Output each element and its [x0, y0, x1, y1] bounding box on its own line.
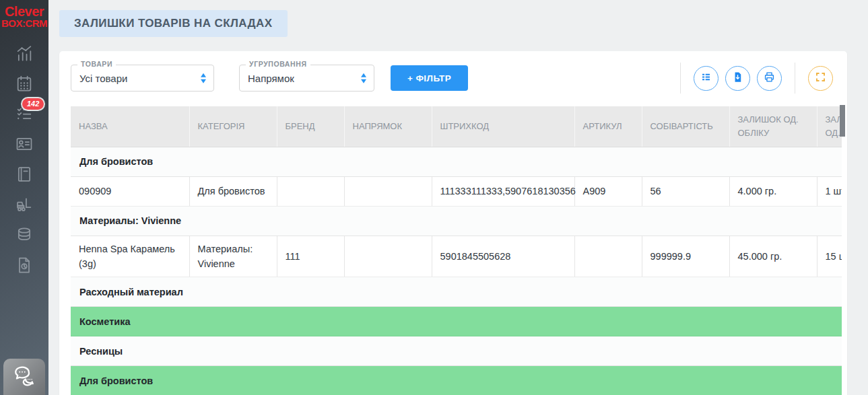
table-cell: 1 шт: [817, 176, 842, 206]
products-filter-label: ТОВАРИ: [77, 60, 116, 68]
divider: [795, 63, 795, 94]
coins-icon: [15, 225, 34, 247]
sidebar-item-reports[interactable]: [0, 252, 48, 282]
sidebar: Clever BOX:CRM: [0, 0, 48, 395]
sidebar-item-warehouse[interactable]: [0, 191, 48, 221]
table-cell: 4.000 гр.: [729, 176, 817, 206]
group-row-label[interactable]: Расходный материал: [71, 277, 842, 307]
grouping-filter-label: УГРУПОВАННЯ: [246, 60, 310, 68]
fullscreen-icon: [814, 71, 827, 86]
table-area: НАЗВАКАТЕГОРІЯБРЕНДНАПРЯМОКШТРИХКОДАРТИК…: [71, 106, 842, 395]
forklift-icon: [15, 195, 34, 217]
divider: [680, 63, 681, 94]
group-row-label[interactable]: Материалы: Vivienne: [71, 206, 842, 236]
journal-icon: [15, 165, 34, 186]
column-header[interactable]: КАТЕГОРІЯ: [189, 106, 277, 147]
group-row: Материалы: Vivienne: [71, 206, 842, 236]
group-row-label[interactable]: Для бровистов: [71, 147, 842, 176]
print-button[interactable]: [757, 66, 782, 91]
toolbar-actions: [671, 63, 836, 94]
group-row-label[interactable]: Для бровистов: [71, 366, 842, 395]
group-row: Для бровистов: [71, 147, 842, 176]
page-title: ЗАЛИШКИ ТОВАРІВ НА СКЛАДАХ: [59, 10, 288, 37]
stats-chart-icon: [15, 44, 34, 65]
table-cell: 111333111333,5907618130356: [432, 176, 574, 206]
sidebar-item-journal[interactable]: [0, 161, 48, 191]
export-file-icon: [731, 71, 744, 86]
print-icon: [763, 71, 776, 86]
grouping-filter-value: Напрямок: [248, 73, 294, 84]
table-header-row: НАЗВАКАТЕГОРІЯБРЕНДНАПРЯМОКШТРИХКОДАРТИК…: [71, 106, 842, 147]
table-cell: 090909: [71, 176, 189, 206]
sidebar-item-clients[interactable]: [0, 131, 48, 161]
column-header[interactable]: ЗАЛИШОК ОД.: [817, 106, 842, 147]
fullscreen-button[interactable]: [808, 66, 833, 91]
group-row: Для бровистов: [71, 366, 842, 395]
chat-bubbles-icon: [12, 363, 36, 390]
sidebar-item-calendar[interactable]: [0, 70, 48, 100]
sidebar-item-statistics[interactable]: [0, 40, 48, 70]
table-row: 090909Для бровистов111333111333,59076181…: [71, 176, 842, 206]
table-cell: 999999.9: [642, 236, 729, 277]
contact-card-icon: [15, 135, 34, 156]
table-row: Henna Spa Карамель (3g)Материалы: Vivien…: [71, 236, 842, 277]
products-filter-value: Усі товари: [79, 73, 127, 84]
products-filter-select[interactable]: ТОВАРИ Усі товари: [71, 65, 214, 92]
table-columns-icon: [700, 71, 712, 86]
table-cell: A909: [574, 176, 642, 206]
stock-table: НАЗВАКАТЕГОРІЯБРЕНДНАПРЯМОКШТРИХКОДАРТИК…: [71, 106, 842, 395]
chat-button[interactable]: [3, 359, 45, 395]
logo-line2: BOX:CRM: [0, 18, 48, 28]
app-logo[interactable]: Clever BOX:CRM: [0, 0, 48, 29]
table-cell: [574, 236, 642, 277]
table-cell: 5901845505628: [432, 236, 574, 277]
logo-line1: Clever: [0, 5, 48, 18]
table-cell: Для бровистов: [189, 176, 277, 206]
report-document-icon: [15, 256, 34, 277]
grouping-filter-select[interactable]: УГРУПОВАННЯ Напрямок: [239, 65, 374, 92]
group-row: Косметика: [71, 307, 842, 336]
column-header[interactable]: НАПРЯМОК: [344, 106, 432, 147]
table-cell: [277, 176, 344, 206]
add-filter-button[interactable]: + ФІЛЬТР: [391, 65, 468, 91]
table-cell: [344, 236, 432, 277]
chevron-updown-icon: [201, 73, 206, 83]
content-card: ТОВАРИ Усі товари УГРУПОВАННЯ Напрямок +…: [59, 51, 847, 395]
vertical-scrollbar[interactable]: [840, 105, 845, 137]
chevron-updown-icon: [361, 73, 366, 83]
table-cell: 45.000 гр.: [729, 236, 817, 277]
sidebar-item-finance[interactable]: [0, 221, 48, 252]
table-cell: 15 шт: [817, 236, 842, 277]
column-header[interactable]: ШТРИХКОД: [432, 106, 574, 147]
tasks-count-badge: 142: [22, 98, 44, 110]
calendar-icon: [15, 74, 34, 96]
column-header[interactable]: ЗАЛИШОК ОД. ОБЛІКУ: [729, 106, 817, 147]
group-row-label[interactable]: Ресницы: [71, 336, 842, 366]
table-cell: 56: [642, 176, 729, 206]
columns-settings-button[interactable]: [694, 66, 719, 91]
column-header[interactable]: СОБІВАРТІСТЬ: [642, 106, 729, 147]
table-cell: Henna Spa Карамель (3g): [71, 236, 189, 277]
sidebar-nav: [0, 40, 48, 282]
group-row: Расходный материал: [71, 277, 842, 307]
column-header[interactable]: АРТИКУЛ: [574, 106, 642, 147]
column-header[interactable]: НАЗВА: [71, 106, 189, 147]
table-cell: [344, 176, 432, 206]
group-row: Ресницы: [71, 336, 842, 366]
table-cell: 111: [277, 236, 344, 277]
column-header[interactable]: БРЕНД: [277, 106, 344, 147]
export-button[interactable]: [725, 66, 750, 91]
table-cell: Материалы: Vivienne: [189, 236, 277, 277]
group-row-label[interactable]: Косметика: [71, 307, 842, 336]
main-content: ЗАЛИШКИ ТОВАРІВ НА СКЛАДАХ ТОВАРИ Усі то…: [48, 0, 868, 395]
toolbar: ТОВАРИ Усі товари УГРУПОВАННЯ Напрямок +…: [59, 51, 847, 102]
